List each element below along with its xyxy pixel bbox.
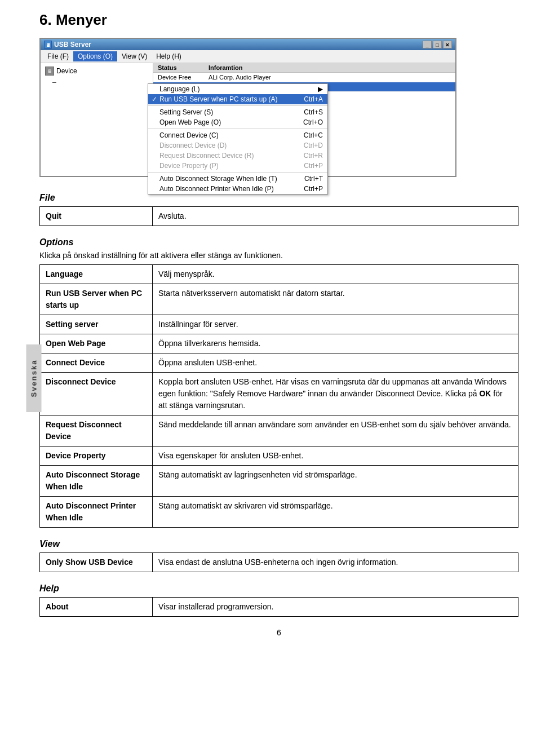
table-row: Disconnect Device Koppla bort ansluten U… (40, 373, 518, 415)
menu-connect-device[interactable]: Connect Device (C) Ctrl+C (148, 130, 327, 140)
auto-storage-row-label: Auto Disconnect Storage When Idle (40, 466, 153, 497)
minimize-button[interactable]: _ (423, 41, 432, 48)
device-1-info: ALi Corp. Audio Player (209, 74, 451, 81)
open-web-page-shortcut: Ctrl+O (303, 118, 323, 126)
connect-device-row-label: Connect Device (40, 353, 153, 373)
table-row: Setting server Inställningar för server. (40, 315, 518, 334)
run-usb-shortcut: Ctrl+A (304, 95, 323, 103)
language-row-desc: Välj menyspråk. (153, 265, 518, 284)
language-row-label: Language (40, 265, 153, 284)
table-row: Language Välj menyspråk. (40, 265, 518, 284)
setting-server-row-label: Setting server (40, 315, 153, 334)
menu-options[interactable]: Options (O) (73, 51, 117, 61)
header-information: Inforamtion (209, 64, 451, 71)
view-section-header: View (39, 539, 518, 549)
request-disconnect-row-label: Request Disconnect Device (40, 415, 153, 446)
options-section-header: Options (39, 237, 518, 247)
request-disconnect-row-desc: Sänd meddelande till annan användare som… (153, 415, 518, 446)
table-row: About Visar installerad programversion. (40, 598, 518, 617)
connect-device-row-desc: Öppna ansluten USB-enhet. (153, 353, 518, 373)
options-dropdown: Language (L) ▶ ✓ Run USB Server when PC … (148, 83, 328, 194)
menu-auto-disconnect-storage[interactable]: Auto Disconnect Storage When Idle (T) Ct… (148, 174, 327, 184)
menu-auto-disconnect-printer[interactable]: Auto Disconnect Printer When Idle (P) Ct… (148, 184, 327, 194)
menu-help[interactable]: Help (H) (152, 51, 186, 61)
menubar: File (F) Options (O) View (V) Help (H) (41, 50, 455, 63)
screenshot-box: 🖥 USB Server _ □ ✕ File (F) Options (O) … (39, 38, 456, 177)
table-row: Quit Avsluta. (40, 207, 518, 226)
view-table: Only Show USB Device Visa endast de ansl… (39, 552, 518, 572)
separator-1 (148, 105, 327, 106)
open-web-page-label: Open Web Page (O) (159, 118, 221, 126)
help-section-header: Help (39, 583, 518, 594)
auto-printer-row-desc: Stäng automatiskt av skrivaren vid ström… (153, 497, 518, 528)
device-label: Device (56, 67, 77, 75)
table-row: Only Show USB Device Visa endast de ansl… (40, 553, 518, 572)
disconnect-device-shortcut: Ctrl+D (304, 142, 323, 149)
about-desc: Visar installerad programversion. (153, 598, 518, 617)
auto-disconnect-storage-label: Auto Disconnect Storage When Idle (T) (159, 175, 277, 183)
window-title: USB Server (54, 41, 91, 48)
close-button[interactable]: ✕ (443, 41, 452, 48)
main-content: 6. Menyer 🖥 USB Server _ □ ✕ File (F) Op… (39, 11, 518, 637)
only-show-usb-desc: Visa endast de anslutna USB-enheterna oc… (153, 553, 518, 572)
run-usb-row-label: Run USB Server when PC starts up (40, 284, 153, 315)
file-quit-desc: Avsluta. (153, 207, 518, 226)
table-row: Run USB Server when PC starts up Starta … (40, 284, 518, 315)
menu-request-disconnect[interactable]: Request Disconnect Device (R) Ctrl+R (148, 151, 327, 161)
auto-printer-row-label: Auto Disconnect Printer When Idle (40, 497, 153, 528)
setting-server-row-desc: Inställningar för server. (153, 315, 518, 334)
device-minus-icon: − (52, 78, 56, 87)
auto-storage-row-desc: Stäng automatiskt av lagringsenheten vid… (153, 466, 518, 497)
device-property-label: Device Property (P) (159, 162, 219, 170)
table-row: Request Disconnect Device Sänd meddeland… (40, 415, 518, 446)
window-icon: 🖥 (44, 41, 52, 48)
language-arrow: ▶ (318, 85, 323, 93)
separator-2 (148, 129, 327, 129)
device-row: 🖥 Device (43, 65, 150, 77)
device-property-shortcut: Ctrl+P (304, 162, 323, 170)
connect-device-label: Connect Device (C) (159, 131, 219, 139)
setting-server-shortcut: Ctrl+S (304, 108, 323, 116)
options-table: Language Välj menyspråk. Run USB Server … (39, 264, 518, 528)
table-row: Connect Device Öppna ansluten USB-enhet. (40, 353, 518, 373)
run-usb-row-desc: Starta nätverksservern automatiskt när d… (153, 284, 518, 315)
menu-disconnect-device[interactable]: Disconnect Device (D) Ctrl+D (148, 140, 327, 151)
menu-language[interactable]: Language (L) ▶ (148, 84, 327, 94)
menu-run-usb-server[interactable]: ✓ Run USB Server when PC starts up (A) C… (148, 94, 327, 104)
menu-open-web-page[interactable]: Open Web Page (O) Ctrl+O (148, 117, 327, 127)
sidebar-label: Svenska (26, 344, 42, 412)
auto-disconnect-printer-label: Auto Disconnect Printer When Idle (P) (159, 185, 274, 193)
language-label: Language (L) (159, 85, 199, 93)
menu-file[interactable]: File (F) (43, 51, 73, 61)
table-row: Device Property Visa egenskaper för ansl… (40, 446, 518, 466)
connect-device-shortcut: Ctrl+C (304, 131, 323, 139)
separator-3 (148, 172, 327, 173)
table-row: Open Web Page Öppna tillverkarens hemsid… (40, 334, 518, 353)
setting-server-label: Setting Server (S) (159, 108, 213, 116)
table-row: Auto Disconnect Storage When Idle Stäng … (40, 466, 518, 497)
device-property-row-label: Device Property (40, 446, 153, 466)
left-panel: 🖥 Device − (41, 63, 153, 176)
options-intro: Klicka på önskad inställning för att akt… (39, 251, 518, 260)
disconnect-device-row-desc: Koppla bort ansluten USB-enhet. Här visa… (153, 373, 518, 415)
open-web-row-label: Open Web Page (40, 334, 153, 353)
menu-device-property[interactable]: Device Property (P) Ctrl+P (148, 161, 327, 171)
header-status: Status (158, 64, 197, 71)
device-row-1: Device Free ALi Corp. Audio Player (153, 73, 455, 82)
file-table: Quit Avsluta. (39, 206, 518, 226)
request-disconnect-shortcut: Ctrl+R (304, 152, 323, 160)
only-show-usb-label: Only Show USB Device (40, 553, 153, 572)
window-controls[interactable]: _ □ ✕ (423, 41, 452, 48)
menu-setting-server[interactable]: Setting Server (S) Ctrl+S (148, 107, 327, 117)
restore-button[interactable]: □ (433, 41, 442, 48)
auto-disconnect-printer-shortcut: Ctrl+P (304, 185, 323, 193)
device-property-row-desc: Visa egenskaper för ansluten USB-enhet. (153, 446, 518, 466)
page-title: 6. Menyer (39, 11, 518, 29)
checkmark-icon: ✓ (152, 95, 157, 103)
help-table: About Visar installerad programversion. (39, 597, 518, 617)
auto-disconnect-storage-shortcut: Ctrl+T (304, 175, 323, 183)
about-label: About (40, 598, 153, 617)
file-quit-label: Quit (40, 207, 153, 226)
menu-view[interactable]: View (V) (117, 51, 152, 61)
table-row: Auto Disconnect Printer When Idle Stäng … (40, 497, 518, 528)
